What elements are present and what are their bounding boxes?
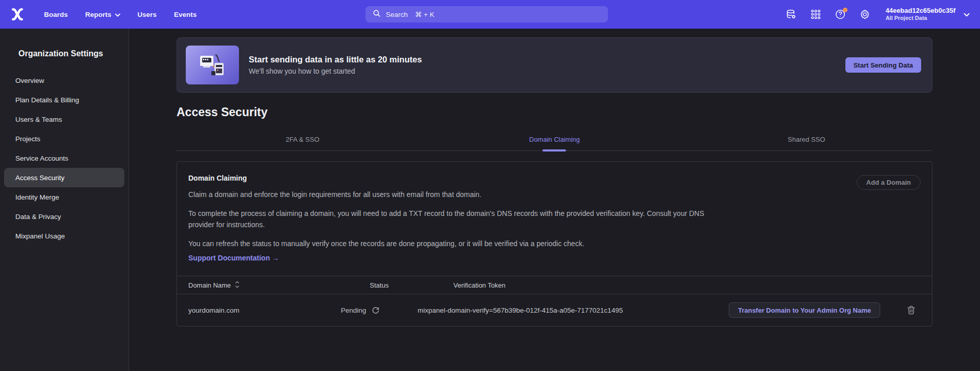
tab-2fa-sso[interactable]: 2FA & SSO bbox=[177, 136, 428, 150]
row-actions: Transfer Domain to Your Admin Org Name bbox=[732, 302, 932, 318]
top-navbar: Boards Reports Users Events Search ⌘ + K bbox=[0, 0, 980, 29]
data-management-icon[interactable] bbox=[785, 8, 797, 20]
search-shortcut: ⌘ + K bbox=[415, 10, 434, 18]
org-switcher[interactable]: 44eebad12c65eb0c35f All Project Data bbox=[885, 7, 970, 22]
search-input[interactable]: Search ⌘ + K bbox=[365, 6, 608, 23]
sidebar-item-overview[interactable]: Overview bbox=[4, 71, 124, 90]
support-documentation-link[interactable]: Support Documentation → bbox=[188, 253, 279, 263]
chevron-down-icon bbox=[964, 10, 970, 19]
status-cell: Pending bbox=[341, 306, 418, 314]
getting-started-illustration-icon bbox=[186, 46, 239, 84]
sidebar-item-service-accounts[interactable]: Service Accounts bbox=[4, 148, 124, 168]
help-icon[interactable] bbox=[834, 8, 846, 20]
main-content: Start sending data in as little as 20 mi… bbox=[129, 29, 980, 371]
sort-icon bbox=[235, 281, 239, 290]
navbar-left: Boards Reports Users Events bbox=[8, 5, 197, 24]
org-id: 44eebad12c65eb0c35f bbox=[885, 7, 955, 15]
start-sending-data-button[interactable]: Start Sending Data bbox=[845, 57, 921, 73]
sidebar-item-users-teams[interactable]: Users & Teams bbox=[4, 110, 124, 129]
navbar-right: 44eebad12c65eb0c35f All Project Data bbox=[785, 7, 970, 22]
transfer-domain-button[interactable]: Transfer Domain to Your Admin Org Name bbox=[729, 302, 880, 318]
nav-boards[interactable]: Boards bbox=[44, 11, 68, 18]
search-icon bbox=[373, 9, 381, 19]
card-description-3: You can refresh the status to manually v… bbox=[188, 238, 731, 249]
sidebar-item-access-security[interactable]: Access Security bbox=[4, 168, 124, 187]
nav-events[interactable]: Events bbox=[174, 11, 197, 18]
gear-icon[interactable] bbox=[859, 8, 871, 20]
org-settings-sidebar: Organization Settings Overview Plan Deta… bbox=[0, 29, 129, 371]
banner-title: Start sending data in as little as 20 mi… bbox=[249, 54, 422, 65]
card-description-2: To complete the process of claiming a do… bbox=[188, 208, 731, 230]
domain-name-cell: yourdomain.com bbox=[177, 307, 341, 314]
mixpanel-logo-icon[interactable] bbox=[8, 5, 27, 24]
domain-claiming-card: Add a Domain Domain Claiming Claim a dom… bbox=[177, 161, 932, 326]
sidebar-item-plan-details-billing[interactable]: Plan Details & Billing bbox=[4, 90, 124, 110]
page-title: Access Security bbox=[177, 105, 932, 119]
search-placeholder: Search bbox=[386, 11, 408, 18]
sidebar-item-identity-merge[interactable]: Identity Merge bbox=[4, 187, 124, 207]
domain-table-row: yourdomain.com Pending mix bbox=[177, 294, 932, 326]
refresh-status-icon[interactable] bbox=[372, 306, 380, 314]
card-title: Domain Claiming bbox=[188, 173, 921, 183]
primary-nav: Boards Reports Users Events bbox=[44, 11, 197, 18]
project-name: All Project Data bbox=[885, 15, 955, 22]
banner-subtitle: We'll show you how to get started bbox=[249, 66, 422, 76]
apps-grid-icon[interactable] bbox=[810, 8, 822, 20]
column-header-status: Status bbox=[341, 281, 418, 289]
body: Organization Settings Overview Plan Deta… bbox=[0, 29, 980, 371]
nav-users[interactable]: Users bbox=[138, 11, 157, 18]
verification-token-cell: mixpanel-domain-verify=567b39be-012f-415… bbox=[418, 307, 732, 314]
sidebar-item-projects[interactable]: Projects bbox=[4, 129, 124, 148]
getting-started-banner: Start sending data in as little as 20 mi… bbox=[177, 37, 932, 93]
table-header-row: Domain Name Status Verification Token bbox=[177, 276, 932, 294]
mixpanel-app: Boards Reports Users Events Search ⌘ + K bbox=[0, 0, 980, 371]
add-domain-button[interactable]: Add a Domain bbox=[857, 175, 921, 190]
trash-icon[interactable] bbox=[907, 305, 916, 315]
status-badge: Pending bbox=[341, 307, 366, 314]
column-header-verification-token: Verification Token bbox=[418, 281, 732, 289]
chevron-down-icon bbox=[115, 11, 120, 18]
sidebar-item-data-privacy[interactable]: Data & Privacy bbox=[4, 207, 124, 226]
tab-bar: 2FA & SSO Domain Claiming Shared SSO bbox=[177, 136, 932, 151]
card-description-1: Claim a domain and enforce the login req… bbox=[188, 189, 731, 200]
sidebar-item-mixpanel-usage[interactable]: Mixpanel Usage bbox=[4, 226, 124, 246]
column-header-domain-name[interactable]: Domain Name bbox=[177, 281, 341, 290]
sidebar-title: Organization Settings bbox=[0, 49, 128, 58]
tab-domain-claiming[interactable]: Domain Claiming bbox=[428, 136, 680, 150]
tab-shared-sso[interactable]: Shared SSO bbox=[681, 136, 932, 150]
notification-dot bbox=[843, 8, 847, 12]
nav-reports[interactable]: Reports bbox=[85, 11, 120, 18]
domains-table: Domain Name Status Verification Token bbox=[177, 276, 932, 326]
